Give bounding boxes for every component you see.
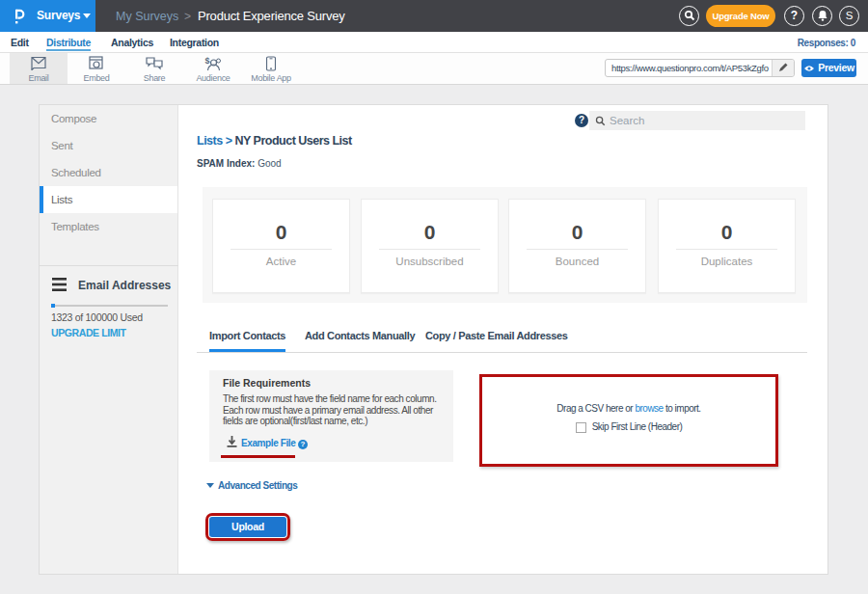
svg-text:$: $: [205, 56, 210, 66]
